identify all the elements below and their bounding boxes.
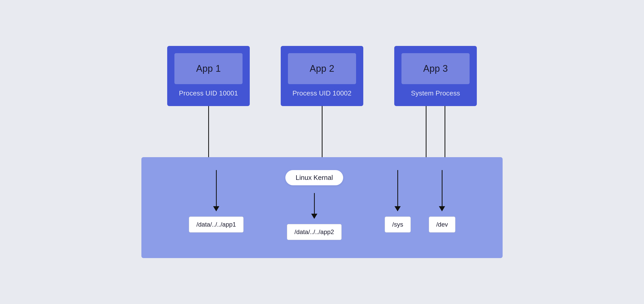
dev-arrow: [439, 170, 445, 211]
app2-kernel-arrow: [311, 193, 317, 219]
app2-path: /data/../../app2: [287, 224, 341, 240]
app1-uid: Process UID 10001: [179, 89, 238, 99]
app1-label: App 1: [196, 63, 221, 74]
sys-path: /sys: [385, 217, 411, 233]
app3-label: App 3: [423, 63, 448, 74]
app1-arrow: [208, 106, 209, 158]
dev-path: /dev: [429, 217, 455, 233]
app3-uid: System Process: [411, 89, 460, 99]
sys-file-box: /sys: [385, 217, 411, 233]
app3-kernel-col: /sys /dev: [363, 170, 477, 233]
app1-box: App 1 Process UID 10001: [167, 46, 250, 106]
app3-arrows-top: [426, 106, 445, 158]
app3-box: App 3 System Process: [394, 46, 477, 106]
dev-file-box: /dev: [429, 217, 455, 233]
app2-file-box: /data/../../app2: [287, 224, 341, 240]
app2-column: App 2 Process UID 10002: [281, 46, 363, 158]
linux-kernel-label: Linux Kernal: [285, 170, 343, 185]
app3-arrow-left: [426, 106, 426, 158]
dev-arrowhead: [439, 206, 445, 211]
app1-kernel-col: /data/../../app1: [167, 170, 265, 233]
app2-arrow: [322, 106, 323, 158]
app2-inner: App 2: [288, 53, 356, 84]
sys-arrow: [395, 170, 401, 211]
app3-column: App 3 System Process: [394, 46, 477, 158]
app2-kernel-col: Linux Kernal /data/../../app2: [265, 170, 363, 240]
app1-kernel-arrow: [213, 170, 219, 211]
top-section: App 1 Process UID 10001 App 2 Process UI…: [167, 46, 477, 158]
app2-label: App 2: [310, 63, 334, 74]
sys-column: /sys: [385, 170, 411, 233]
app2-box: App 2 Process UID 10002: [281, 46, 363, 106]
app1-arrowhead: [213, 206, 219, 211]
app2-arrowhead: [311, 214, 317, 219]
app1-inner: App 1: [174, 53, 243, 84]
kernel-inner: /data/../../app1 Linux Kernal /data/../.…: [162, 170, 482, 240]
app3-inner: App 3: [401, 53, 470, 84]
app1-path: /data/../../app1: [189, 217, 243, 233]
diagram-container: App 1 Process UID 10001 App 2 Process UI…: [141, 46, 503, 258]
app3-arrow-right: [445, 106, 445, 158]
app1-column: App 1 Process UID 10001: [167, 46, 250, 158]
dev-column: /dev: [429, 170, 455, 233]
kernel-label-container: Linux Kernal: [285, 170, 343, 185]
app3-arrows-boxes: /sys /dev: [385, 170, 455, 233]
sys-arrowhead: [395, 206, 401, 211]
kernel-layer: /data/../../app1 Linux Kernal /data/../.…: [141, 157, 503, 258]
app2-uid: Process UID 10002: [293, 89, 352, 99]
app1-file-box: /data/../../app1: [189, 217, 243, 233]
